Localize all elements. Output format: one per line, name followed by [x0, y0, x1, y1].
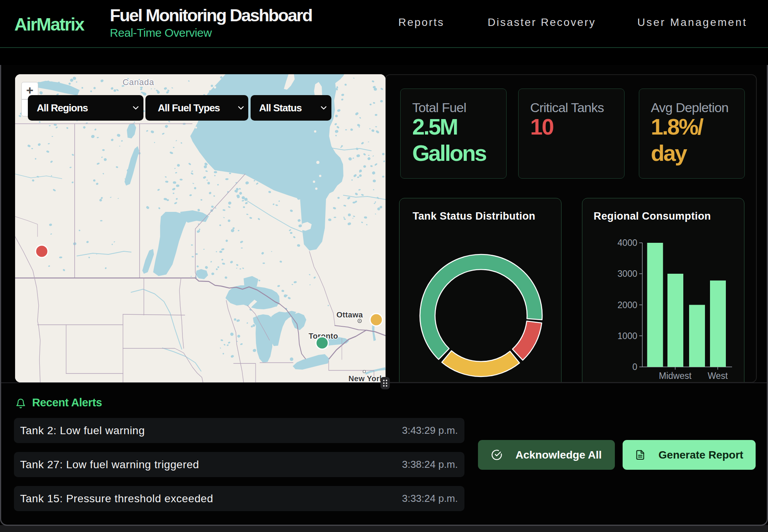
svg-text:3000: 3000 [618, 269, 637, 279]
svg-text:1000: 1000 [618, 331, 637, 341]
svg-text:0: 0 [632, 362, 637, 372]
svg-text:New York: New York [348, 374, 384, 382]
svg-text:Midwest: Midwest [659, 371, 692, 381]
svg-text:2000: 2000 [618, 300, 637, 310]
svg-text:4000: 4000 [618, 238, 637, 248]
svg-text:West: West [708, 371, 728, 381]
svg-text:Canada: Canada [123, 77, 154, 87]
svg-text:Ottawa: Ottawa [336, 310, 363, 319]
